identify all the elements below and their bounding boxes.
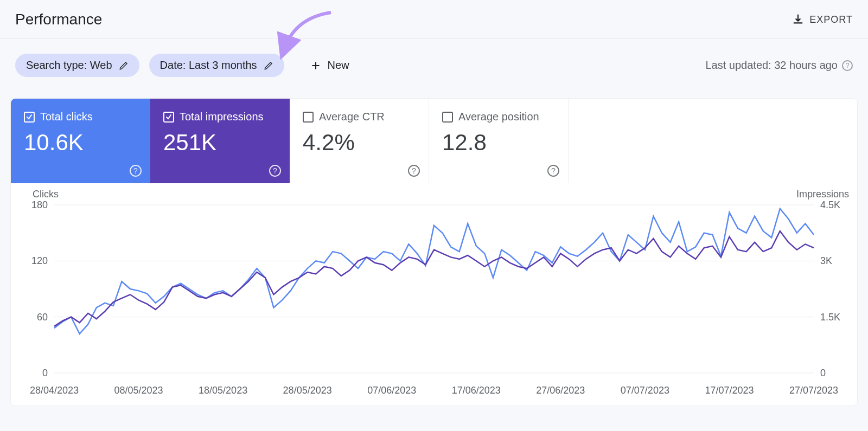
- download-icon: [792, 14, 804, 25]
- search-type-chip[interactable]: Search type: Web: [15, 54, 139, 77]
- metric-value: 10.6K: [24, 130, 137, 156]
- date-range-chip-label: Date: Last 3 months: [160, 59, 257, 72]
- svg-text:17/07/2023: 17/07/2023: [705, 385, 754, 396]
- last-updated-text: Last updated: 32 hours ago: [705, 59, 838, 72]
- svg-text:0: 0: [42, 368, 48, 378]
- svg-text:60: 60: [37, 312, 48, 323]
- metric-card-total-impressions[interactable]: Total impressions251K?: [150, 99, 290, 183]
- svg-text:1.5K: 1.5K: [820, 312, 840, 323]
- metric-card-average-position[interactable]: Average position12.8?: [429, 99, 569, 183]
- svg-text:Impressions: Impressions: [796, 189, 849, 200]
- metric-card-average-ctr[interactable]: Average CTR4.2%?: [290, 99, 429, 183]
- page-title: Performance: [15, 11, 102, 28]
- help-icon[interactable]: ?: [842, 60, 853, 71]
- metric-value: 12.8: [442, 130, 555, 156]
- svg-text:18/05/2023: 18/05/2023: [199, 385, 247, 396]
- svg-text:3K: 3K: [820, 255, 832, 266]
- metric-label: Average CTR: [319, 111, 385, 123]
- svg-text:07/07/2023: 07/07/2023: [621, 385, 669, 396]
- help-icon[interactable]: ?: [408, 165, 420, 177]
- svg-text:180: 180: [31, 200, 48, 210]
- svg-text:28/04/2023: 28/04/2023: [30, 385, 79, 396]
- export-button[interactable]: EXPORT: [792, 14, 853, 25]
- search-type-chip-label: Search type: Web: [26, 59, 112, 72]
- metric-label: Total clicks: [40, 111, 93, 123]
- svg-text:0: 0: [820, 368, 826, 378]
- help-icon[interactable]: ?: [130, 165, 142, 177]
- metric-label: Average position: [458, 111, 539, 123]
- svg-text:27/07/2023: 27/07/2023: [789, 385, 838, 396]
- add-filter-label: New: [328, 59, 349, 72]
- export-label: EXPORT: [809, 14, 853, 25]
- performance-panel: Total clicks10.6K?Total impressions251K?…: [11, 99, 857, 406]
- metric-value: 251K: [163, 130, 277, 156]
- svg-text:17/06/2023: 17/06/2023: [452, 385, 501, 396]
- help-icon[interactable]: ?: [547, 165, 559, 177]
- help-icon[interactable]: ?: [269, 165, 281, 177]
- svg-text:08/05/2023: 08/05/2023: [114, 385, 163, 396]
- metric-value: 4.2%: [303, 130, 416, 156]
- last-updated: Last updated: 32 hours ago ?: [705, 59, 853, 72]
- svg-text:4.5K: 4.5K: [820, 200, 840, 210]
- metrics-row: Total clicks10.6K?Total impressions251K?…: [11, 99, 857, 183]
- metric-checkbox[interactable]: [24, 112, 35, 123]
- metric-label: Total impressions: [180, 111, 264, 123]
- pencil-icon: [119, 61, 129, 70]
- date-range-chip[interactable]: Date: Last 3 months: [149, 54, 284, 77]
- svg-text:120: 120: [31, 255, 48, 266]
- metric-checkbox[interactable]: [442, 112, 453, 123]
- chart-area: ClicksImpressions00601.5K1203K1804.5K28/…: [11, 183, 857, 406]
- performance-chart: ClicksImpressions00601.5K1203K1804.5K28/…: [11, 183, 857, 406]
- svg-text:27/06/2023: 27/06/2023: [536, 385, 585, 396]
- metric-checkbox[interactable]: [303, 112, 314, 123]
- svg-text:28/05/2023: 28/05/2023: [283, 385, 332, 396]
- svg-text:07/06/2023: 07/06/2023: [367, 385, 416, 396]
- metric-card-total-clicks[interactable]: Total clicks10.6K?: [11, 99, 150, 183]
- plus-icon: [310, 60, 321, 71]
- add-filter-button[interactable]: New: [304, 55, 356, 76]
- pencil-icon: [264, 61, 273, 70]
- svg-text:Clicks: Clicks: [33, 189, 59, 200]
- metric-checkbox[interactable]: [163, 112, 174, 123]
